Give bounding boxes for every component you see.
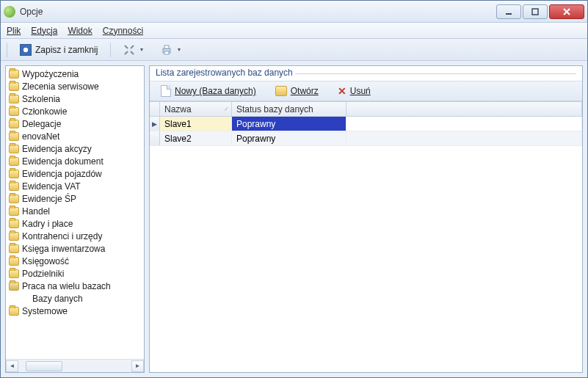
tree-item-label: Kadry i płace	[22, 219, 73, 229]
cell-spacer	[346, 117, 582, 131]
print-button[interactable]: ▾	[154, 42, 187, 58]
folder-icon	[9, 95, 19, 103]
toolbar: Zapisz i zamknij ▾ ▾	[1, 39, 587, 61]
tree-item[interactable]: enovaNet	[6, 130, 144, 142]
tree-pane: WypożyczeniaZlecenia serwisoweSzkoleniaC…	[5, 65, 145, 373]
col-spacer	[346, 102, 582, 116]
body: WypożyczeniaZlecenia serwisoweSzkoleniaC…	[1, 61, 587, 377]
new-button[interactable]: Nowy (Baza danych)	[157, 83, 260, 99]
folder-icon	[9, 132, 19, 141]
menu-actions[interactable]: Czynności	[103, 26, 143, 36]
delete-button[interactable]: ✕ Usuń	[334, 83, 374, 99]
svg-rect-6	[164, 51, 169, 54]
scroll-thumb[interactable]	[26, 361, 62, 371]
maximize-button[interactable]	[523, 4, 548, 19]
tree-item[interactable]: Ewidencja pojazdów	[6, 167, 144, 180]
new-icon	[161, 85, 171, 97]
cell-spacer	[346, 131, 582, 145]
tree-item-label: Podzielniki	[22, 269, 64, 279]
titlebar[interactable]: Opcje	[1, 1, 587, 23]
save-close-button[interactable]: Zapisz i zamknij	[13, 42, 104, 58]
table-row[interactable]: ▶Slave1Poprawny	[150, 117, 582, 131]
tree-item-label: Ewidencja pojazdów	[22, 169, 102, 179]
tree-item-label: Szkolenia	[22, 94, 60, 104]
col-name-header[interactable]: Nazwa⁄	[160, 102, 232, 116]
save-close-label: Zapisz i zamknij	[35, 45, 98, 55]
separator	[110, 43, 111, 57]
tree-item[interactable]: Ewidencja akcyzy	[6, 142, 144, 155]
tree-item[interactable]: Handel	[6, 205, 144, 217]
tree-item[interactable]: Księga inwentarzowa	[6, 242, 144, 255]
tree-item-label: Wypożyczenia	[22, 69, 79, 79]
menubar: Plik Edycja Widok Czynności	[1, 23, 587, 39]
tree-item[interactable]: Członkowie	[6, 105, 144, 117]
open-button[interactable]: Otwórz	[272, 83, 322, 99]
scroll-left-button[interactable]: ◄	[6, 360, 18, 372]
cell-name[interactable]: Slave1	[160, 117, 232, 131]
tree-item-label: Systemowe	[22, 306, 68, 316]
panel-toolbar: Nowy (Baza danych) Otwórz ✕ Usuń	[150, 81, 582, 101]
tree-item[interactable]: Podzielniki	[6, 267, 144, 280]
tree-item[interactable]: Ewidencja VAT	[6, 180, 144, 192]
tree-item-child[interactable]: Bazy danych	[6, 292, 144, 305]
folder-icon	[9, 145, 19, 153]
save-icon	[20, 44, 32, 56]
table-row[interactable]: Slave2Poprawny	[150, 131, 582, 146]
sort-icon: ⁄	[226, 106, 227, 112]
cell-status[interactable]: Poprawny	[232, 131, 346, 145]
col-status-header[interactable]: Status bazy danych	[232, 102, 346, 116]
cell-status[interactable]: Poprawny	[232, 117, 346, 131]
tree-item[interactable]: Kontrahenci i urzędy	[6, 230, 144, 242]
menu-file[interactable]: Plik	[7, 26, 21, 36]
scroll-track[interactable]	[18, 360, 131, 372]
tree-item[interactable]: Szkolenia	[6, 92, 144, 105]
tree-item-label: Członkowie	[22, 106, 67, 117]
row-marker: ▶	[150, 117, 160, 131]
tree-item-label: Księgowość	[22, 256, 69, 266]
tree-item-label: Ewidencja VAT	[22, 181, 81, 192]
tree-item[interactable]: Systemowe	[6, 305, 144, 317]
tree-hscrollbar[interactable]: ◄ ►	[6, 359, 144, 372]
window-buttons	[496, 4, 584, 19]
grid-body[interactable]: ▶Slave1PoprawnySlave2Poprawny	[150, 117, 582, 372]
tree-item-label: Delegacje	[22, 119, 61, 129]
app-icon	[4, 6, 15, 18]
close-button[interactable]	[549, 4, 584, 19]
tree-item-label: Ewidencja akcyzy	[22, 144, 92, 154]
printer-icon	[161, 44, 173, 56]
tree-item[interactable]: Wypożyczenia	[6, 68, 144, 80]
folder-icon	[9, 244, 19, 253]
cell-name[interactable]: Slave2	[160, 131, 232, 145]
menu-view[interactable]: Widok	[68, 26, 92, 36]
chevron-down-icon: ▾	[140, 46, 143, 53]
delete-icon: ✕	[338, 85, 346, 97]
folder-icon	[9, 195, 19, 203]
tree-item[interactable]: Księgowość	[6, 255, 144, 267]
open-label: Otwórz	[291, 86, 319, 96]
window-title: Opcje	[20, 7, 496, 17]
tree-item[interactable]: Praca na wielu bazach	[6, 280, 144, 292]
tree-item[interactable]: Delegacje	[6, 117, 144, 130]
minimize-button[interactable]	[496, 4, 521, 19]
separator	[7, 43, 7, 57]
tree-item[interactable]: Kadry i płace	[6, 217, 144, 230]
tree-item-label: Zlecenia serwisowe	[22, 81, 99, 92]
folder-icon	[9, 157, 19, 166]
open-icon	[275, 86, 287, 96]
row-marker-header	[150, 102, 160, 116]
tree-item[interactable]: Ewidencje ŚP	[6, 192, 144, 205]
folder-icon	[9, 170, 19, 178]
tools-button[interactable]: ▾	[117, 42, 150, 58]
tree-item[interactable]: Ewidencja dokument	[6, 155, 144, 167]
svg-rect-1	[532, 9, 538, 15]
scroll-right-button[interactable]: ►	[131, 360, 144, 372]
tree-item-label: Praca na wielu bazach	[22, 281, 111, 291]
folder-icon	[9, 120, 19, 128]
tree[interactable]: WypożyczeniaZlecenia serwisoweSzkoleniaC…	[6, 66, 144, 359]
tree-item[interactable]: Zlecenia serwisowe	[6, 80, 144, 92]
tree-item-label: Ewidencje ŚP	[22, 194, 76, 204]
menu-edit[interactable]: Edycja	[31, 26, 57, 36]
folder-icon	[9, 70, 19, 79]
svg-rect-5	[164, 46, 169, 48]
folder-icon	[9, 207, 19, 216]
